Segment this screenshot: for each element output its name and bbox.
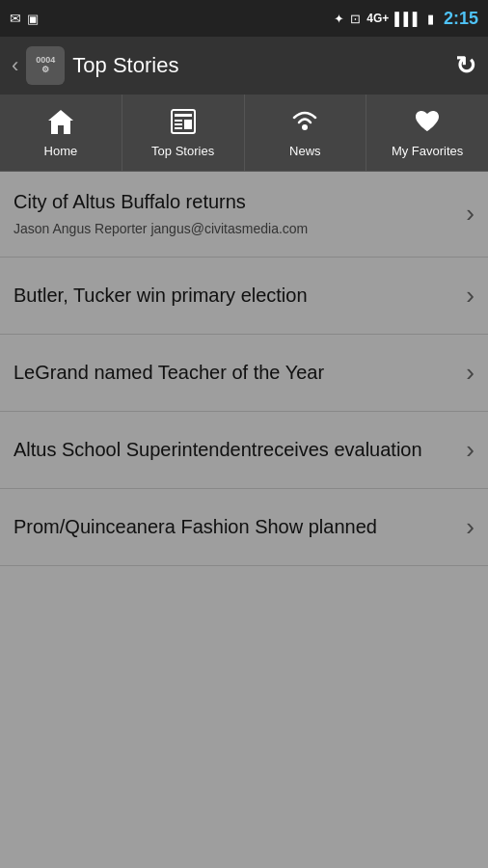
bluetooth-icon: ✦ <box>334 12 344 26</box>
news-item-0-title: City of Altus Buffalo returns <box>14 189 456 214</box>
tab-my-favorites[interactable]: My Favorites <box>366 95 488 171</box>
tab-bar: Home Top Stories News <box>0 95 488 172</box>
news-item-1-content: Butler, Tucker win primary election <box>14 283 466 308</box>
app-logo: 0004⚙ <box>26 46 65 85</box>
chevron-right-icon: › <box>466 199 474 229</box>
status-icons-right: ✦ ⊡ 4G+ ▌▌▌ ▮ 2:15 <box>334 9 478 29</box>
battery-icon: ▮ <box>427 12 434 26</box>
news-item-2-content: LeGrand named Teacher of the Year <box>14 360 466 385</box>
news-item-3-title: Altus School Superintendentreceives eval… <box>14 437 456 462</box>
news-item-2[interactable]: LeGrand named Teacher of the Year › <box>0 335 488 412</box>
news-item-1-title: Butler, Tucker win primary election <box>14 283 456 308</box>
status-bar: ✉ ▣ ✦ ⊡ 4G+ ▌▌▌ ▮ 2:15 <box>0 0 488 37</box>
news-item-0-subtitle: Jason Angus Reporter jangus@civitasmedia… <box>14 220 456 239</box>
signal-bars-icon: ▌▌▌ <box>394 12 421 26</box>
news-item-3[interactable]: Altus School Superintendentreceives eval… <box>0 412 488 489</box>
chevron-right-icon: › <box>466 281 474 311</box>
app-title: Top Stories <box>72 53 178 78</box>
sim-icon: ⊡ <box>350 12 361 26</box>
svg-point-7 <box>302 124 308 130</box>
home-icon <box>46 108 75 140</box>
tab-news[interactable]: News <box>245 95 367 171</box>
news-item-2-title: LeGrand named Teacher of the Year <box>14 360 456 385</box>
wifi-broadcast-icon <box>290 108 319 140</box>
heart-icon <box>413 108 442 140</box>
chevron-right-icon: › <box>466 512 474 542</box>
svg-marker-0 <box>48 110 73 134</box>
back-button[interactable]: ‹ <box>12 53 18 78</box>
status-icons-left: ✉ ▣ <box>10 11 39 26</box>
signal-4g-icon: 4G+ <box>366 12 389 25</box>
news-item-4[interactable]: Prom/Quinceanera Fashion Show planned › <box>0 489 488 566</box>
tab-home-label: Home <box>44 144 78 158</box>
svg-rect-5 <box>175 127 182 129</box>
svg-rect-6 <box>184 120 192 129</box>
newspaper-icon <box>169 108 198 140</box>
news-item-4-title: Prom/Quinceanera Fashion Show planned <box>14 514 456 539</box>
email-icon: ✉ <box>10 11 21 26</box>
tab-my-favorites-label: My Favorites <box>392 144 463 158</box>
news-item-4-content: Prom/Quinceanera Fashion Show planned <box>14 514 466 539</box>
image-icon: ▣ <box>27 12 39 26</box>
status-time: 2:15 <box>444 9 478 29</box>
news-item-1[interactable]: Butler, Tucker win primary election › <box>0 258 488 335</box>
svg-rect-3 <box>175 120 182 122</box>
chevron-right-icon: › <box>466 435 474 465</box>
tab-news-label: News <box>289 144 321 158</box>
svg-rect-4 <box>175 123 182 125</box>
svg-rect-2 <box>175 114 192 117</box>
tab-home[interactable]: Home <box>0 95 122 171</box>
chevron-right-icon: › <box>466 358 474 388</box>
news-item-3-content: Altus School Superintendentreceives eval… <box>14 437 466 462</box>
app-bar-left: ‹ 0004⚙ Top Stories <box>12 46 178 85</box>
news-list: City of Altus Buffalo returns Jason Angu… <box>0 172 488 566</box>
app-bar: ‹ 0004⚙ Top Stories ↻ <box>0 37 488 95</box>
tab-top-stories-label: Top Stories <box>151 144 214 158</box>
tab-top-stories[interactable]: Top Stories <box>122 95 245 171</box>
news-item-0-content: City of Altus Buffalo returns Jason Angu… <box>14 189 466 239</box>
refresh-button[interactable]: ↻ <box>455 51 476 81</box>
news-item-0[interactable]: City of Altus Buffalo returns Jason Angu… <box>0 172 488 258</box>
